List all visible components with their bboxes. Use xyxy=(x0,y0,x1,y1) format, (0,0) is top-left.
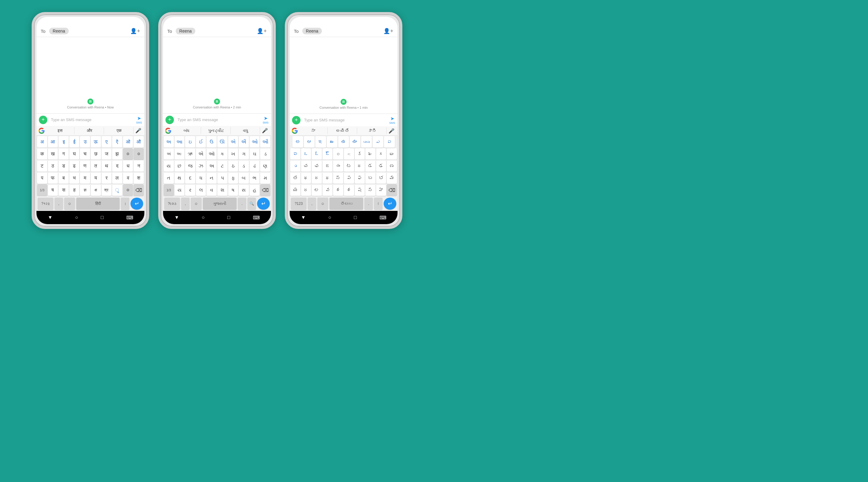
key-d2[interactable]: फ xyxy=(48,172,58,184)
key-d10[interactable]: श xyxy=(133,172,144,184)
mic-icon-2[interactable]: 🎤 xyxy=(261,128,269,133)
emoji-key-2[interactable]: ☺ xyxy=(191,198,202,210)
key-d1[interactable]: प xyxy=(37,172,47,184)
key-t-b1[interactable]: ఐ xyxy=(290,148,301,160)
key-b9[interactable]: ⚙ xyxy=(123,148,133,160)
emoji-key-3[interactable]: ☺ xyxy=(317,198,328,210)
key-t-c6[interactable]: ట xyxy=(344,160,354,172)
nav-back-1[interactable]: ▼ xyxy=(48,215,53,220)
key-g-d6[interactable]: પ xyxy=(217,172,227,184)
nav-back-3[interactable]: ▼ xyxy=(301,215,306,220)
key-t-d8[interactable]: బ xyxy=(365,172,375,184)
key-c6[interactable]: त xyxy=(91,160,101,172)
key-t-d2[interactable]: థ xyxy=(301,172,311,184)
key-d7[interactable]: र xyxy=(101,172,112,184)
key-a3[interactable]: इ xyxy=(59,136,69,148)
key-c1[interactable]: ट xyxy=(37,160,47,172)
key-g-page[interactable]: 1/3 xyxy=(164,184,174,196)
key-g-c7[interactable]: ઠ xyxy=(228,160,239,172)
nav-home-1[interactable]: ○ xyxy=(75,215,78,220)
key-a7[interactable]: ए xyxy=(101,136,112,148)
key-t-c1[interactable]: ృ xyxy=(290,160,301,172)
send-button-1[interactable]: ➤ SMS xyxy=(136,116,142,124)
key-g-d8[interactable]: બ xyxy=(239,172,249,184)
key-t-e6[interactable]: శ xyxy=(344,184,354,196)
key-g-c9[interactable]: ઢ xyxy=(250,160,260,172)
key-c2[interactable]: ठ xyxy=(48,160,58,172)
key-d5[interactable]: म xyxy=(80,172,90,184)
nav-home-2[interactable]: ○ xyxy=(202,215,205,220)
key-g-d10[interactable]: મ xyxy=(260,172,270,184)
key-a5[interactable]: उ xyxy=(80,136,90,148)
key-t-e1[interactable]: య xyxy=(290,184,301,196)
add-attachment-button-3[interactable]: + xyxy=(292,116,301,124)
key-c7[interactable]: थ xyxy=(101,160,112,172)
key-g-b10[interactable]: ડ xyxy=(260,148,270,160)
mic-icon-3[interactable]: 🎤 xyxy=(387,128,396,134)
key-e6[interactable]: क्ष xyxy=(91,184,101,196)
suggestion-3-3[interactable]: కానీ xyxy=(358,127,387,134)
period-key-1[interactable]: । xyxy=(121,198,129,210)
key-g-b2[interactable]: અઃ xyxy=(175,148,185,160)
key-a4[interactable]: ई xyxy=(69,136,80,148)
send-button-2[interactable]: ➤ SMS xyxy=(262,116,269,124)
key-a9[interactable]: ओ xyxy=(123,136,133,148)
key-g-d9[interactable]: ભ xyxy=(250,172,260,184)
key-g-e5[interactable]: વ xyxy=(207,184,217,196)
key-t-c10[interactable]: ణ xyxy=(387,160,397,172)
recipient-chip-1[interactable]: Reena xyxy=(49,28,69,34)
key-g-b8[interactable]: ગ xyxy=(239,148,249,160)
key-settings-1[interactable]: ⚙ xyxy=(123,184,133,196)
backspace-key-2[interactable]: ⌫ xyxy=(260,184,270,196)
period-key-2[interactable]: . xyxy=(238,198,246,210)
key-g-d3[interactable]: દ xyxy=(185,172,195,184)
key-page-1[interactable]: 1/3 xyxy=(37,184,47,196)
key-g-b7[interactable]: ખ xyxy=(228,148,239,160)
nav-keyboard-2[interactable]: ⌨ xyxy=(253,215,260,221)
key-a2[interactable]: आ xyxy=(48,136,58,148)
key-g-e4[interactable]: લ xyxy=(196,184,206,196)
key-t-a4[interactable]: ఈ xyxy=(327,136,338,148)
key-g-d4[interactable]: ધ xyxy=(196,172,206,184)
suggestion-2-2[interactable]: પુનઃટ્વીટ xyxy=(202,127,230,134)
key-t-c9[interactable]: ఢ xyxy=(376,160,386,172)
key-g-e6[interactable]: શ xyxy=(217,184,227,196)
enter-key-3[interactable]: ↵ xyxy=(384,198,396,210)
key-g-c1[interactable]: ય xyxy=(164,160,174,172)
key-t-d6[interactable]: ప xyxy=(344,172,354,184)
key-d4[interactable]: भ xyxy=(69,172,80,184)
suggestion-1-1[interactable]: इस xyxy=(45,127,74,134)
key-g-a8[interactable]: ઐ xyxy=(239,136,249,148)
key-g-e2[interactable]: ય xyxy=(175,184,185,196)
add-attachment-button-2[interactable]: + xyxy=(165,116,174,124)
key-e3[interactable]: स xyxy=(59,184,69,196)
key-g-b6[interactable]: ક xyxy=(217,148,227,160)
recipient-chip-3[interactable]: Reena xyxy=(302,28,322,34)
key-t-e8[interactable]: న xyxy=(365,184,375,196)
key-g-c8[interactable]: ડ xyxy=(239,160,249,172)
send-button-3[interactable]: ➤ SMS xyxy=(389,116,395,124)
key-d8[interactable]: ल xyxy=(112,172,122,184)
nav-keyboard-3[interactable]: ⌨ xyxy=(379,215,386,221)
key-g-d5[interactable]: ન xyxy=(207,172,217,184)
key-g-e8[interactable]: સ xyxy=(239,184,249,196)
key-t-d3[interactable]: ద xyxy=(312,172,322,184)
key-t-c8[interactable]: డ xyxy=(365,160,375,172)
enter-key-2[interactable]: ↵ xyxy=(257,198,270,210)
key-t-a3[interactable]: ఇ xyxy=(315,136,326,148)
key-t-b8[interactable]: ఖ xyxy=(365,148,375,160)
key-g-d2[interactable]: થ xyxy=(175,172,185,184)
backspace-key-1[interactable]: ⌫ xyxy=(133,184,144,196)
key-t-a5[interactable]: ఉ xyxy=(338,136,349,148)
key-g-e7[interactable]: ષ xyxy=(228,184,239,196)
key-t-d5[interactable]: న xyxy=(333,172,343,184)
key-c8[interactable]: द xyxy=(112,160,122,172)
key-t-c7[interactable]: ఠ xyxy=(355,160,365,172)
suggestion-2-3[interactable]: વધુ xyxy=(231,127,260,134)
key-b8[interactable]: झ xyxy=(112,148,122,160)
key-t-e7[interactable]: ష xyxy=(355,184,365,196)
key-g-a6[interactable]: ઊ xyxy=(217,136,227,148)
language-key-1[interactable]: हिंदी xyxy=(76,198,120,210)
key-e8[interactable]: ृ xyxy=(112,184,122,196)
key-g-b3[interactable]: ઋ xyxy=(185,148,195,160)
